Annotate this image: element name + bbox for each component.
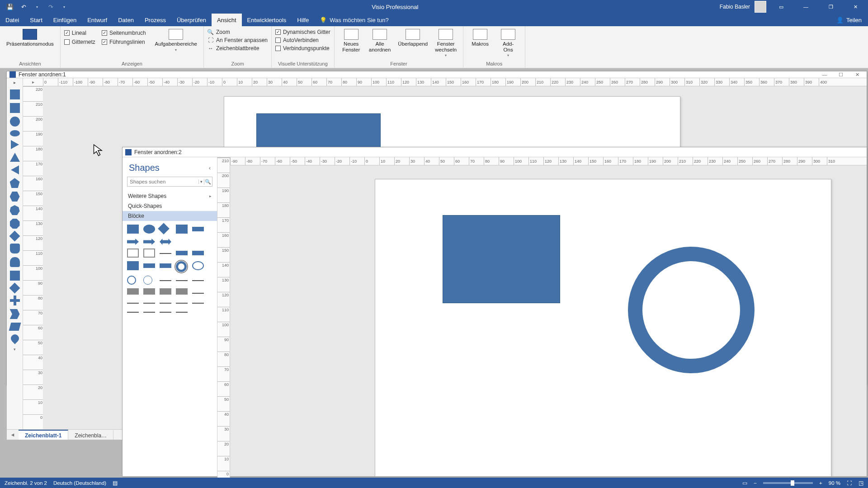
cascade-button[interactable]: Überlappend bbox=[395, 28, 430, 48]
expand-strip-button[interactable]: ▸ bbox=[14, 80, 16, 85]
strip-shape-square2[interactable] bbox=[10, 103, 20, 113]
stencil-circle-outline[interactable] bbox=[127, 276, 136, 285]
sheet-nav-prev[interactable]: ◄ bbox=[7, 430, 19, 440]
stencil-target[interactable] bbox=[143, 276, 152, 285]
strip-shape-triangle-left[interactable] bbox=[11, 165, 19, 174]
seitenumbruch-checkbox[interactable]: ✓Seitenumbruch bbox=[102, 30, 146, 36]
autoconnect-checkbox[interactable]: AutoVerbinden bbox=[275, 37, 330, 43]
gitternetz-checkbox[interactable]: Gitternetz bbox=[64, 39, 95, 45]
undo-more-button[interactable]: ▾ bbox=[31, 1, 43, 12]
stencil-line1[interactable] bbox=[192, 293, 204, 294]
user-name[interactable]: Fabio Basler bbox=[720, 4, 750, 10]
shapes-search-dropdown[interactable]: ▾ bbox=[198, 179, 204, 184]
page-width-button[interactable]: ↔Zeichenblattbreite bbox=[208, 45, 268, 52]
shapes-cat-quick[interactable]: Quick-Shapes bbox=[123, 201, 217, 211]
strip-shape-diamond[interactable] bbox=[9, 230, 20, 241]
tab-hilfe[interactable]: Hilfe bbox=[292, 14, 314, 26]
sheet-tab-other[interactable]: Zeichenbla… bbox=[68, 430, 113, 440]
tab-daten[interactable]: Daten bbox=[113, 14, 139, 26]
macro-record-icon[interactable]: ▤ bbox=[113, 480, 118, 486]
minimize-button[interactable]: — bbox=[796, 0, 816, 14]
tab-einfuegen[interactable]: Einfügen bbox=[48, 14, 82, 26]
shapes-cat-more[interactable]: Weitere Shapes▸ bbox=[123, 191, 217, 201]
zoom-button[interactable]: 🔍Zoom bbox=[208, 29, 268, 35]
strip-shape-cylinder[interactable] bbox=[10, 244, 20, 253]
strip-shape-ellipse[interactable] bbox=[10, 130, 20, 136]
fit-page-button[interactable]: ⛶ bbox=[847, 480, 852, 486]
tab-entwicklertools[interactable]: Entwicklertools bbox=[242, 14, 292, 26]
presentation-view-icon[interactable]: ▭ bbox=[742, 480, 747, 486]
strip-shape-octagon[interactable] bbox=[10, 219, 20, 229]
connection-points-checkbox[interactable]: Verbindungspunkte bbox=[275, 45, 330, 52]
tab-start[interactable]: Start bbox=[24, 14, 47, 26]
shapes-cat-blocks[interactable]: Blöcke bbox=[123, 211, 217, 221]
stencil-curve1[interactable] bbox=[127, 303, 139, 304]
stencil-arc3[interactable] bbox=[192, 280, 204, 281]
shape-rectangle-2[interactable] bbox=[443, 215, 560, 303]
stencil-arrow-double[interactable] bbox=[160, 239, 171, 245]
stencil-arc1[interactable] bbox=[160, 280, 171, 281]
stencil-arc2[interactable] bbox=[176, 280, 188, 281]
stencil-gray1[interactable] bbox=[127, 288, 139, 295]
stencil-3dbox[interactable] bbox=[127, 261, 139, 270]
strip-shape-triangle-right[interactable] bbox=[11, 140, 19, 149]
stencil-arrow-right[interactable] bbox=[127, 239, 139, 245]
dynamic-grid-checkbox[interactable]: ✓Dynamisches Gitter bbox=[275, 29, 330, 35]
stencil-tree2[interactable] bbox=[176, 303, 188, 304]
undo-button[interactable]: ↶ bbox=[17, 1, 30, 12]
stencil-ring-selected[interactable] bbox=[176, 261, 187, 272]
redo-button[interactable]: ↷ bbox=[44, 1, 57, 12]
ribbon-display-options-button[interactable]: ▭ bbox=[771, 0, 791, 14]
strip-shape-pentagon[interactable] bbox=[10, 178, 20, 188]
share-button[interactable]: 👤 Teilen bbox=[830, 14, 868, 26]
stencil-elbow[interactable] bbox=[160, 253, 171, 254]
stencil-wave[interactable] bbox=[192, 303, 204, 304]
zoom-out-button[interactable]: − bbox=[754, 480, 757, 486]
stencil-ring-outline[interactable] bbox=[192, 261, 204, 270]
strip-shape-chevron[interactable] bbox=[10, 309, 20, 319]
save-button[interactable]: 💾 bbox=[4, 1, 16, 12]
fuehrungslinien-checkbox[interactable]: ✓Führungslinien bbox=[102, 39, 146, 45]
stencil-beam2[interactable] bbox=[160, 263, 171, 268]
stencil-dim4[interactable] bbox=[176, 312, 188, 313]
stencil-beam[interactable] bbox=[143, 263, 155, 268]
stencil-open-box2[interactable] bbox=[143, 249, 155, 258]
strip-shape-triangle-up[interactable] bbox=[10, 153, 20, 162]
child-titlebar-1[interactable]: Fenster anordnen:1 — ☐ ✕ bbox=[7, 71, 867, 78]
addons-button[interactable]: Add- Ons▾ bbox=[495, 28, 521, 59]
qat-customize-button[interactable]: ▾ bbox=[58, 1, 71, 12]
strip-shape-heptagon[interactable] bbox=[10, 205, 20, 215]
presentation-mode-button[interactable]: Präsentationsmodus bbox=[4, 28, 57, 48]
maximize-button[interactable]: ❐ bbox=[821, 0, 841, 14]
status-page[interactable]: Zeichenbl. 2 von 2 bbox=[5, 480, 47, 486]
child1-minimize-button[interactable]: — bbox=[818, 72, 831, 77]
switch-window-button[interactable]: Fenster wechseln▾ bbox=[432, 28, 459, 59]
tab-ueberpruefen[interactable]: Überprüfen bbox=[171, 14, 212, 26]
stencil-open-box1[interactable] bbox=[127, 249, 139, 258]
stencil-gray2[interactable] bbox=[143, 288, 155, 295]
status-language[interactable]: Deutsch (Deutschland) bbox=[53, 480, 106, 486]
canvas-2[interactable] bbox=[230, 165, 867, 476]
stencil-bar[interactable] bbox=[192, 227, 204, 231]
stencil-dim1[interactable] bbox=[127, 312, 139, 313]
close-button[interactable]: ✕ bbox=[845, 0, 866, 14]
strip-shape-can[interactable] bbox=[10, 257, 20, 267]
shape-ring[interactable] bbox=[628, 247, 755, 373]
stencil-gray3[interactable] bbox=[160, 288, 171, 295]
stencil-arrow-right2[interactable] bbox=[143, 239, 155, 245]
stencil-gray4[interactable] bbox=[176, 288, 188, 295]
zoom-value[interactable]: 90 % bbox=[829, 480, 840, 486]
shapes-panel-collapse-button[interactable]: ‹ bbox=[209, 165, 211, 171]
stencil-diamond[interactable] bbox=[158, 223, 169, 234]
strip-shape-circle[interactable] bbox=[10, 117, 20, 127]
stencil-arrowbar[interactable] bbox=[176, 251, 188, 255]
strip-shape-teardrop[interactable] bbox=[9, 333, 20, 344]
aufgabenbereiche-button[interactable]: Aufgabenbereiche ▾ bbox=[152, 28, 200, 53]
shape-rectangle-1[interactable] bbox=[256, 113, 381, 150]
stencil-frame[interactable] bbox=[176, 225, 188, 234]
pointer-tool-button[interactable]: ▸ bbox=[23, 78, 43, 86]
pan-zoom-button[interactable]: ◳ bbox=[859, 480, 863, 486]
stencil-arrowbar2[interactable] bbox=[192, 251, 204, 255]
sheet-tab-active[interactable]: Zeichenblatt-1 bbox=[19, 430, 68, 440]
strip-shape-square[interactable] bbox=[10, 89, 20, 99]
